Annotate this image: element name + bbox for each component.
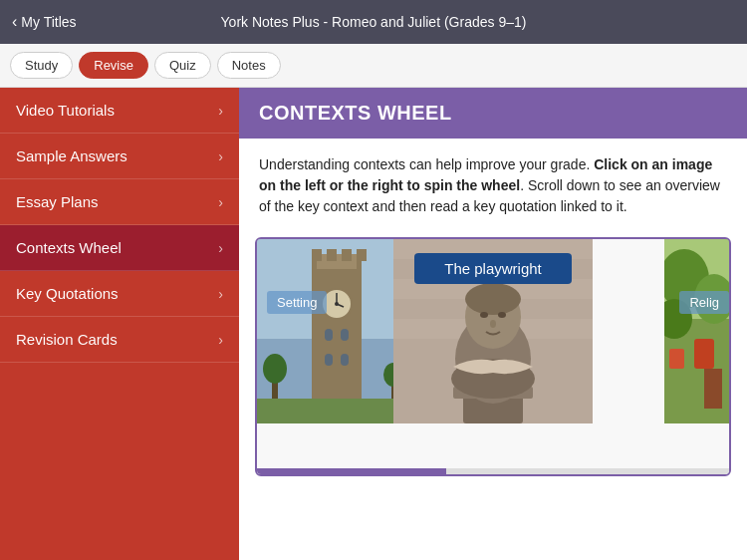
svg-rect-15: [341, 354, 349, 366]
top-bar: ‹ My Titles York Notes Plus - Romeo and …: [0, 0, 747, 44]
svg-point-34: [498, 312, 506, 318]
sidebar-item-video-tutorials[interactable]: Video Tutorials ›: [0, 88, 239, 134]
svg-rect-42: [669, 349, 684, 369]
progress-fill: [257, 468, 446, 474]
tab-bar: Study Revise Quiz Notes: [0, 44, 747, 88]
contexts-wheel[interactable]: The playwright Setting Relig: [255, 237, 731, 476]
sidebar-item-label: Sample Answers: [16, 147, 127, 164]
content-heading: CONTEXTS WHEEL: [259, 102, 727, 125]
svg-rect-12: [325, 329, 333, 341]
sidebar-item-sample-answers[interactable]: Sample Answers ›: [0, 134, 239, 179]
svg-rect-41: [694, 339, 714, 369]
page-title: York Notes Plus - Romeo and Juliet (Grad…: [221, 14, 527, 30]
svg-rect-2: [312, 259, 362, 409]
svg-rect-43: [704, 369, 722, 409]
tab-revise[interactable]: Revise: [79, 52, 148, 79]
svg-point-18: [263, 354, 287, 384]
sidebar-item-label: Essay Plans: [16, 193, 99, 210]
wheel-left-label[interactable]: Setting: [267, 291, 327, 314]
svg-rect-7: [357, 249, 367, 261]
svg-point-32: [465, 283, 521, 315]
chevron-right-icon: ›: [218, 194, 223, 210]
back-chevron-icon: ‹: [12, 13, 17, 31]
back-label: My Titles: [21, 14, 76, 30]
svg-rect-13: [341, 329, 349, 341]
sidebar-item-label: Contexts Wheel: [16, 239, 122, 256]
wheel-right-label[interactable]: Relig: [679, 291, 729, 314]
sidebar-item-essay-plans[interactable]: Essay Plans ›: [0, 179, 239, 225]
sidebar-item-label: Key Quotations: [16, 285, 119, 302]
back-button[interactable]: ‹ My Titles: [12, 13, 77, 31]
svg-rect-4: [312, 249, 322, 261]
content-area: CONTEXTS WHEEL Understanding contexts ca…: [239, 88, 747, 560]
svg-point-33: [480, 312, 488, 318]
tab-notes[interactable]: Notes: [217, 52, 281, 79]
chevron-right-icon: ›: [218, 148, 223, 164]
content-header: CONTEXTS WHEEL: [239, 88, 747, 139]
wheel-center-label[interactable]: The playwright: [414, 253, 572, 284]
sidebar: Video Tutorials › Sample Answers › Essay…: [0, 88, 239, 560]
progress-bar: [257, 468, 729, 474]
tab-quiz[interactable]: Quiz: [154, 52, 211, 79]
sidebar-item-label: Revision Cards: [16, 331, 118, 348]
chevron-right-icon: ›: [218, 240, 223, 256]
sidebar-item-label: Video Tutorials: [16, 102, 115, 119]
svg-point-35: [490, 320, 496, 328]
right-image[interactable]: [664, 239, 729, 423]
content-body: Understanding contexts can help improve …: [239, 139, 747, 227]
sidebar-item-revision-cards[interactable]: Revision Cards ›: [0, 317, 239, 363]
chevron-right-icon: ›: [218, 332, 223, 348]
svg-rect-14: [325, 354, 333, 366]
svg-rect-5: [327, 249, 337, 261]
main-layout: Video Tutorials › Sample Answers › Essay…: [0, 88, 747, 560]
content-description: Understanding contexts can help improve …: [259, 156, 590, 172]
svg-rect-6: [342, 249, 352, 261]
sidebar-item-key-quotations[interactable]: Key Quotations ›: [0, 271, 239, 317]
chevron-right-icon: ›: [218, 103, 223, 119]
sidebar-item-contexts-wheel[interactable]: Contexts Wheel ›: [0, 225, 239, 271]
tab-study[interactable]: Study: [10, 52, 73, 79]
chevron-right-icon: ›: [218, 286, 223, 302]
